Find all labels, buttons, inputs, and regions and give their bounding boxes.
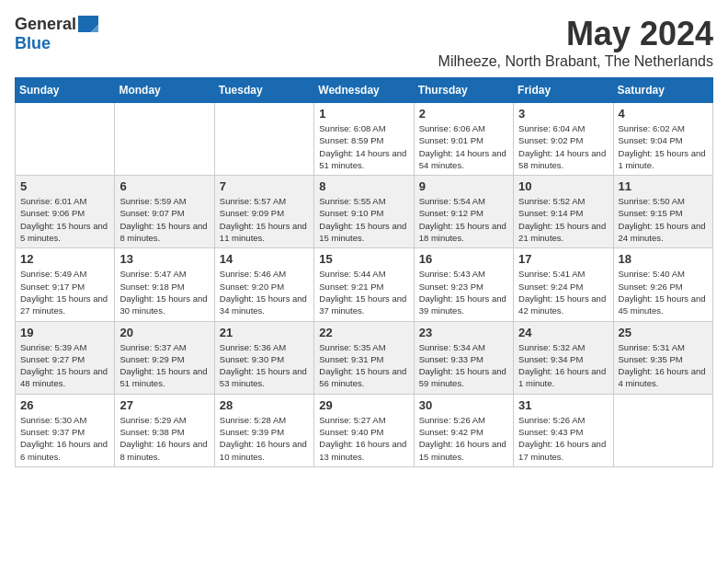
day-info: Sunrise: 5:50 AM Sunset: 9:15 PM Dayligh… xyxy=(619,195,708,244)
calendar-week-4: 19Sunrise: 5:39 AM Sunset: 9:27 PM Dayli… xyxy=(16,321,713,394)
calendar-cell: 7Sunrise: 5:57 AM Sunset: 9:09 PM Daylig… xyxy=(214,176,313,248)
day-info: Sunrise: 5:59 AM Sunset: 9:07 PM Dayligh… xyxy=(119,195,209,244)
day-number: 14 xyxy=(220,252,309,266)
day-number: 23 xyxy=(419,326,508,339)
day-number: 15 xyxy=(319,252,408,266)
day-info: Sunrise: 5:28 AM Sunset: 9:39 PM Dayligh… xyxy=(220,414,309,463)
calendar-cell: 24Sunrise: 5:32 AM Sunset: 9:34 PM Dayli… xyxy=(514,321,613,394)
day-number: 4 xyxy=(619,107,708,121)
calendar-cell: 17Sunrise: 5:41 AM Sunset: 9:24 PM Dayli… xyxy=(514,248,613,321)
logo-blue-text: Blue xyxy=(15,34,51,52)
day-info: Sunrise: 5:57 AM Sunset: 9:09 PM Dayligh… xyxy=(220,195,309,244)
calendar-cell: 15Sunrise: 5:44 AM Sunset: 9:21 PM Dayli… xyxy=(314,248,414,321)
header-friday: Friday xyxy=(514,78,613,103)
title-area: May 2024 Milheeze, North Brabant, The Ne… xyxy=(438,15,713,70)
day-number: 2 xyxy=(419,107,508,121)
day-info: Sunrise: 6:08 AM Sunset: 8:59 PM Dayligh… xyxy=(319,122,408,171)
header-thursday: Thursday xyxy=(414,78,513,103)
header-monday: Monday xyxy=(115,78,214,103)
calendar-cell: 27Sunrise: 5:29 AM Sunset: 9:38 PM Dayli… xyxy=(115,394,214,466)
calendar-cell xyxy=(214,103,313,176)
day-number: 31 xyxy=(518,398,608,412)
day-number: 7 xyxy=(220,179,309,193)
day-info: Sunrise: 5:31 AM Sunset: 9:35 PM Dayligh… xyxy=(619,341,708,390)
day-number: 10 xyxy=(518,179,608,193)
calendar-cell: 2Sunrise: 6:06 AM Sunset: 9:01 PM Daylig… xyxy=(414,103,513,176)
calendar-cell: 30Sunrise: 5:26 AM Sunset: 9:42 PM Dayli… xyxy=(414,394,513,466)
day-number: 27 xyxy=(119,398,209,412)
day-number: 17 xyxy=(518,252,608,266)
day-info: Sunrise: 5:52 AM Sunset: 9:14 PM Dayligh… xyxy=(518,195,608,244)
calendar-week-2: 5Sunrise: 6:01 AM Sunset: 9:06 PM Daylig… xyxy=(16,176,713,248)
calendar-cell: 3Sunrise: 6:04 AM Sunset: 9:02 PM Daylig… xyxy=(514,103,613,176)
day-info: Sunrise: 5:26 AM Sunset: 9:42 PM Dayligh… xyxy=(419,414,508,463)
day-number: 24 xyxy=(518,326,608,339)
day-number: 29 xyxy=(319,398,408,412)
day-number: 20 xyxy=(119,326,209,339)
calendar-cell: 25Sunrise: 5:31 AM Sunset: 9:35 PM Dayli… xyxy=(613,321,712,394)
day-info: Sunrise: 5:34 AM Sunset: 9:33 PM Dayligh… xyxy=(419,341,508,390)
calendar-cell: 9Sunrise: 5:54 AM Sunset: 9:12 PM Daylig… xyxy=(414,176,513,248)
day-number: 3 xyxy=(518,107,608,121)
calendar-cell xyxy=(16,103,115,176)
day-info: Sunrise: 5:35 AM Sunset: 9:31 PM Dayligh… xyxy=(319,341,408,390)
header-tuesday: Tuesday xyxy=(214,78,313,103)
page-header: General Blue May 2024 Milheeze, North Br… xyxy=(15,15,713,70)
day-number: 28 xyxy=(220,398,309,412)
day-info: Sunrise: 5:46 AM Sunset: 9:20 PM Dayligh… xyxy=(220,268,309,316)
day-info: Sunrise: 5:41 AM Sunset: 9:24 PM Dayligh… xyxy=(518,268,608,316)
day-info: Sunrise: 5:30 AM Sunset: 9:37 PM Dayligh… xyxy=(20,414,109,463)
calendar-cell: 6Sunrise: 5:59 AM Sunset: 9:07 PM Daylig… xyxy=(115,176,214,248)
day-info: Sunrise: 6:06 AM Sunset: 9:01 PM Dayligh… xyxy=(419,122,508,171)
day-number: 19 xyxy=(20,326,109,339)
calendar-cell: 5Sunrise: 6:01 AM Sunset: 9:06 PM Daylig… xyxy=(16,176,115,248)
calendar-cell: 22Sunrise: 5:35 AM Sunset: 9:31 PM Dayli… xyxy=(314,321,414,394)
day-info: Sunrise: 6:04 AM Sunset: 9:02 PM Dayligh… xyxy=(518,122,608,171)
logo-general-text: General xyxy=(15,15,76,34)
location-title: Milheeze, North Brabant, The Netherlands xyxy=(438,53,713,70)
header-wednesday: Wednesday xyxy=(314,78,414,103)
day-info: Sunrise: 5:44 AM Sunset: 9:21 PM Dayligh… xyxy=(319,268,408,316)
day-info: Sunrise: 5:55 AM Sunset: 9:10 PM Dayligh… xyxy=(319,195,408,244)
day-number: 6 xyxy=(119,179,209,193)
day-info: Sunrise: 5:26 AM Sunset: 9:43 PM Dayligh… xyxy=(518,414,608,463)
calendar-cell: 31Sunrise: 5:26 AM Sunset: 9:43 PM Dayli… xyxy=(514,394,613,466)
day-info: Sunrise: 5:39 AM Sunset: 9:27 PM Dayligh… xyxy=(20,341,109,390)
calendar-cell: 18Sunrise: 5:40 AM Sunset: 9:26 PM Dayli… xyxy=(613,248,712,321)
day-number: 30 xyxy=(419,398,508,412)
day-info: Sunrise: 5:37 AM Sunset: 9:29 PM Dayligh… xyxy=(119,341,209,390)
calendar-cell xyxy=(115,103,214,176)
calendar-cell xyxy=(613,394,712,466)
day-info: Sunrise: 5:54 AM Sunset: 9:12 PM Dayligh… xyxy=(419,195,508,244)
day-number: 12 xyxy=(20,252,109,266)
calendar-cell: 16Sunrise: 5:43 AM Sunset: 9:23 PM Dayli… xyxy=(414,248,513,321)
day-info: Sunrise: 5:49 AM Sunset: 9:17 PM Dayligh… xyxy=(20,268,109,316)
day-number: 11 xyxy=(619,179,708,193)
day-number: 18 xyxy=(619,252,708,266)
header-saturday: Saturday xyxy=(613,78,712,103)
calendar-table: SundayMondayTuesdayWednesdayThursdayFrid… xyxy=(15,77,713,467)
day-info: Sunrise: 5:32 AM Sunset: 9:34 PM Dayligh… xyxy=(518,341,608,390)
month-title: May 2024 xyxy=(438,15,713,53)
calendar-cell: 1Sunrise: 6:08 AM Sunset: 8:59 PM Daylig… xyxy=(314,103,414,176)
day-number: 8 xyxy=(319,179,408,193)
calendar-cell: 8Sunrise: 5:55 AM Sunset: 9:10 PM Daylig… xyxy=(314,176,414,248)
calendar-cell: 14Sunrise: 5:46 AM Sunset: 9:20 PM Dayli… xyxy=(214,248,313,321)
calendar-cell: 28Sunrise: 5:28 AM Sunset: 9:39 PM Dayli… xyxy=(214,394,313,466)
calendar-header-row: SundayMondayTuesdayWednesdayThursdayFrid… xyxy=(16,78,713,103)
calendar-cell: 4Sunrise: 6:02 AM Sunset: 9:04 PM Daylig… xyxy=(613,103,712,176)
calendar-week-3: 12Sunrise: 5:49 AM Sunset: 9:17 PM Dayli… xyxy=(16,248,713,321)
calendar-week-5: 26Sunrise: 5:30 AM Sunset: 9:37 PM Dayli… xyxy=(16,394,713,466)
day-number: 5 xyxy=(20,179,109,193)
day-number: 22 xyxy=(319,326,408,339)
day-info: Sunrise: 5:27 AM Sunset: 9:40 PM Dayligh… xyxy=(319,414,408,463)
calendar-cell: 11Sunrise: 5:50 AM Sunset: 9:15 PM Dayli… xyxy=(613,176,712,248)
calendar-cell: 29Sunrise: 5:27 AM Sunset: 9:40 PM Dayli… xyxy=(314,394,414,466)
day-number: 9 xyxy=(419,179,508,193)
day-info: Sunrise: 5:36 AM Sunset: 9:30 PM Dayligh… xyxy=(220,341,309,390)
calendar-cell: 21Sunrise: 5:36 AM Sunset: 9:30 PM Dayli… xyxy=(214,321,313,394)
day-info: Sunrise: 5:43 AM Sunset: 9:23 PM Dayligh… xyxy=(419,268,508,316)
calendar-cell: 12Sunrise: 5:49 AM Sunset: 9:17 PM Dayli… xyxy=(16,248,115,321)
day-info: Sunrise: 6:01 AM Sunset: 9:06 PM Dayligh… xyxy=(20,195,109,244)
calendar-cell: 10Sunrise: 5:52 AM Sunset: 9:14 PM Dayli… xyxy=(514,176,613,248)
